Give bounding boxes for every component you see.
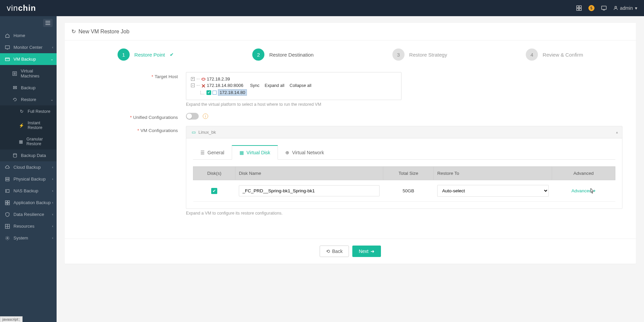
nav-cloud-label: Cloud Backup <box>13 165 41 170</box>
host-icon <box>213 91 217 95</box>
nav-bdata-label: Backup Data <box>21 153 46 158</box>
step-label: Review & Confirm <box>543 52 583 58</box>
wizard-steps: 1 Restore Point ✔ 2 Restore Destination … <box>65 40 636 69</box>
host-error-icon <box>201 84 205 88</box>
disk-row: ✔ 50GB Auto-select <box>193 180 615 202</box>
svg-rect-3 <box>579 8 581 10</box>
th-diskname: Disk Name <box>235 167 383 180</box>
brand-logo: vinchin <box>7 3 36 13</box>
tab-virtual-disk[interactable]: ▦ Virtual Disk <box>232 145 278 160</box>
step-restore-destination[interactable]: 2 Restore Destination <box>252 49 314 61</box>
nav-home[interactable]: Home <box>0 30 57 41</box>
expand-icon[interactable]: + <box>191 77 195 81</box>
header-right: 5 admin ▾ <box>576 5 637 11</box>
row-vm-config: *VM Configurations ▭ Linux_bk ▴ <box>78 126 622 216</box>
nav-monitor-label: Monitor Center <box>13 45 42 50</box>
nav-vm-backup[interactable]: VM Backup ⌄ <box>0 53 57 65</box>
collapse-icon[interactable]: − <box>191 84 195 87</box>
nav-app-backup[interactable]: Application Backup ‹ <box>0 197 57 208</box>
backup-icon <box>12 86 18 90</box>
nav-resources[interactable]: Resources ‹ <box>0 220 57 232</box>
user-menu[interactable]: admin ▾ <box>613 5 637 11</box>
nav-physical-backup[interactable]: Physical Backup ‹ <box>0 173 57 185</box>
disk-checkbox[interactable]: ✔ <box>211 188 217 194</box>
step-number: 3 <box>392 49 405 61</box>
tab-virtual-network[interactable]: ⊕ Virtual Network <box>278 145 331 159</box>
disk-name-input[interactable] <box>239 185 380 196</box>
helper-vm-config: Expand a VM to configure its restore con… <box>186 211 622 216</box>
restore-to-select[interactable]: Auto-select <box>437 185 549 197</box>
nav-full-restore[interactable]: ↻ Full Restore <box>0 105 57 117</box>
tree-node-2[interactable]: − 172.18.14.80:8006 Sync Expand all Coll… <box>191 82 396 89</box>
checkbox-checked-icon[interactable]: ✔ <box>206 90 211 95</box>
svg-rect-2 <box>577 8 579 10</box>
collapse-icon[interactable]: ▴ <box>616 130 618 134</box>
sidebar-toggle-button[interactable] <box>43 19 53 27</box>
refresh-icon: ↻ <box>71 28 76 35</box>
vm-icon <box>5 57 10 62</box>
restore-icon <box>12 97 18 102</box>
step-number: 2 <box>252 49 264 61</box>
step-label: Restore Point <box>134 52 165 58</box>
tree-sync-link[interactable]: Sync <box>250 83 259 88</box>
svg-rect-26 <box>8 203 9 204</box>
advanced-link[interactable]: Advanced + <box>572 188 596 193</box>
nav-instant-restore[interactable]: ⚡ Instant Restore <box>0 117 57 133</box>
step-review-confirm[interactable]: 4 Review & Confirm <box>526 49 583 61</box>
server-icon <box>5 177 10 182</box>
nav-restore-label: Restore <box>21 97 36 102</box>
nav-data-resilience[interactable]: Data Resilience ‹ <box>0 208 57 220</box>
host-unavailable-icon <box>201 78 205 80</box>
form-area: *Target Host + 172.18.2.39 − <box>65 69 636 232</box>
bolt-icon: ⚡ <box>19 123 24 128</box>
nav-restore[interactable]: Restore ⌄ <box>0 94 57 105</box>
check-icon: ✔ <box>170 52 174 57</box>
nav-cloud-backup[interactable]: Cloud Backup ‹ <box>0 161 57 173</box>
nav-backup-label: Backup <box>21 85 35 90</box>
unified-toggle[interactable] <box>186 113 199 120</box>
back-button[interactable]: ⟲ Back <box>320 246 349 257</box>
vm-icon: ▭ <box>192 130 196 135</box>
tree-child-host[interactable]: ✔ 172.18.14.80 <box>200 89 396 96</box>
globe-icon: ⊕ <box>285 150 289 155</box>
nav-nas-backup[interactable]: NAS Backup ‹ <box>0 185 57 197</box>
tree-collapse-link[interactable]: Collapse all <box>290 83 312 88</box>
svg-point-22 <box>6 191 7 191</box>
screen-icon[interactable] <box>601 5 607 11</box>
browser-status-bar: javascript:; <box>0 316 23 322</box>
main-content: ↻ New VM Restore Job 1 Restore Point ✔ 2… <box>57 16 644 322</box>
tab-vnet-label: Virtual Network <box>292 150 324 155</box>
vm-panel-header[interactable]: ▭ Linux_bk ▴ <box>186 126 622 138</box>
svg-point-30 <box>7 237 8 239</box>
resources-icon <box>5 224 10 229</box>
step-restore-point[interactable]: 1 Restore Point ✔ <box>118 49 174 61</box>
notification-badge[interactable]: 5 <box>588 5 594 11</box>
wizard-panel: ↻ New VM Restore Job 1 Restore Point ✔ 2… <box>65 23 636 264</box>
info-icon[interactable]: i <box>203 114 208 119</box>
nav-monitor[interactable]: Monitor Center ‹ <box>0 41 57 53</box>
tab-vdisk-label: Virtual Disk <box>247 150 270 155</box>
nav-vm-backup-label: VM Backup <box>13 57 36 62</box>
sidebar-toggle-wrap <box>0 16 57 30</box>
nav-backup[interactable]: Backup <box>0 82 57 94</box>
next-button[interactable]: Next ➜ <box>352 246 381 257</box>
tree-expand-link[interactable]: Expand all <box>265 83 284 88</box>
sidebar: Home Monitor Center ‹ VM Backup ⌄ Virtua… <box>0 16 57 322</box>
tree-node-1[interactable]: + 172.18.2.39 <box>191 76 396 82</box>
dashboard-icon[interactable] <box>576 5 582 11</box>
tab-general[interactable]: ☰ General <box>193 145 232 159</box>
nav-resources-label: Resources <box>13 224 34 229</box>
nav-system[interactable]: System ‹ <box>0 232 57 244</box>
tab-general-label: General <box>207 150 224 155</box>
tree-selected-host: 172.18.14.80 <box>218 89 247 96</box>
chevron-icon: ‹ <box>52 236 53 240</box>
nav-system-label: System <box>13 235 28 240</box>
chevron-icon: ‹ <box>52 213 53 216</box>
nav-granular-restore[interactable]: ▦ Granular Restore <box>0 133 57 150</box>
step-restore-strategy[interactable]: 3 Restore Strategy <box>392 49 447 61</box>
app-icon <box>5 200 10 205</box>
user-name: admin <box>620 5 633 11</box>
tree-node-ip: 172.18.14.80:8006 <box>207 83 243 88</box>
nav-backup-data[interactable]: Backup Data <box>0 150 57 161</box>
nav-virtual-machines[interactable]: Virtual Machines <box>0 65 57 82</box>
